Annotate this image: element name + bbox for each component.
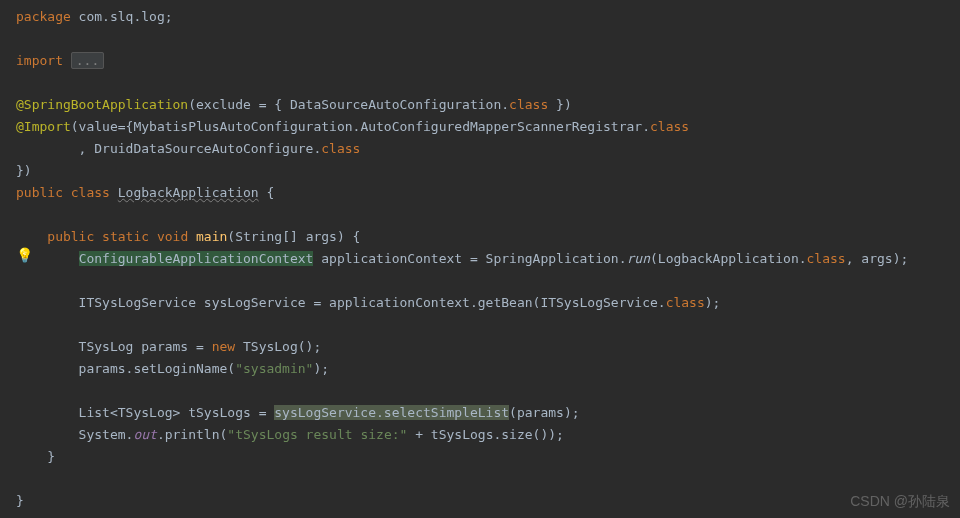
code-line[interactable]: System.out.println("tSysLogs result size… (16, 424, 960, 446)
text: (LogbackApplication. (650, 251, 807, 266)
keyword: class (666, 295, 705, 310)
annotation: @SpringBootApplication (16, 97, 188, 112)
keyword: class (321, 141, 360, 156)
code-editor[interactable]: package com.slq.log; import ... @SpringB… (0, 0, 960, 518)
text: List<TSysLog> tSysLogs = (16, 405, 274, 420)
code-line[interactable]: }) (16, 160, 960, 182)
code-line[interactable]: List<TSysLog> tSysLogs = sysLogService.s… (16, 402, 960, 424)
method-name: main (196, 229, 227, 244)
text: System. (16, 427, 133, 442)
code-line[interactable]: TSysLog params = new TSysLog(); (16, 336, 960, 358)
text: { (259, 185, 275, 200)
code-line[interactable] (16, 72, 960, 94)
keyword: public (16, 185, 63, 200)
text: }) (548, 97, 571, 112)
selection: sysLogService.selectSimpleList (274, 405, 509, 420)
keyword: import (16, 53, 63, 68)
code-line[interactable] (16, 28, 960, 50)
keyword: public (47, 229, 94, 244)
code-line[interactable] (16, 270, 960, 292)
code-line[interactable] (16, 204, 960, 226)
text: (params); (509, 405, 579, 420)
keyword: void (157, 229, 188, 244)
code-line[interactable]: } (16, 446, 960, 468)
watermark: CSDN @孙陆泉 (850, 490, 950, 512)
text: }) (16, 163, 32, 178)
text: (exclude = { DataSourceAutoConfiguration… (188, 97, 509, 112)
text: , args); (846, 251, 909, 266)
text: applicationContext = SpringApplication. (313, 251, 626, 266)
text: TSysLog(); (235, 339, 321, 354)
keyword: class (807, 251, 846, 266)
text: } (16, 449, 55, 464)
keyword: class (509, 97, 548, 112)
string-literal: "sysadmin" (235, 361, 313, 376)
keyword: new (212, 339, 235, 354)
code-line[interactable] (16, 314, 960, 336)
text: (value={MybatisPlusAutoConfiguration.Aut… (71, 119, 650, 134)
text: , DruidDataSourceAutoConfigure. (16, 141, 321, 156)
keyword: package (16, 9, 71, 24)
string-literal: "tSysLogs result size:" (227, 427, 407, 442)
intention-bulb-icon[interactable]: 💡 (16, 244, 33, 266)
text: TSysLog params = (16, 339, 212, 354)
text: (String[] args) { (227, 229, 360, 244)
code-line[interactable]: ConfigurableApplicationContext applicati… (16, 248, 960, 270)
code-line[interactable]: public static void main(String[] args) { (16, 226, 960, 248)
code-line[interactable]: ITSysLogService sysLogService = applicat… (16, 292, 960, 314)
code-line[interactable]: } (16, 490, 960, 512)
keyword: class (71, 185, 110, 200)
code-line[interactable]: import ... (16, 50, 960, 72)
static-method: run (627, 251, 650, 266)
class-name: LogbackApplication (118, 185, 259, 200)
code-line[interactable]: params.setLoginName("sysadmin"); (16, 358, 960, 380)
package-path: com.slq.log; (71, 9, 173, 24)
code-line[interactable]: public class LogbackApplication { (16, 182, 960, 204)
code-line[interactable]: package com.slq.log; (16, 6, 960, 28)
code-line[interactable] (16, 380, 960, 402)
keyword: class (650, 119, 689, 134)
text: params.setLoginName( (16, 361, 235, 376)
text: ); (705, 295, 721, 310)
code-line[interactable]: , DruidDataSourceAutoConfigure.class (16, 138, 960, 160)
code-line[interactable]: @SpringBootApplication(exclude = { DataS… (16, 94, 960, 116)
code-line[interactable]: @Import(value={MybatisPlusAutoConfigurat… (16, 116, 960, 138)
annotation: @Import (16, 119, 71, 134)
text: .println( (157, 427, 227, 442)
text: } (16, 493, 24, 508)
highlighted-type: ConfigurableApplicationContext (79, 251, 314, 266)
code-line[interactable] (16, 468, 960, 490)
text: ); (313, 361, 329, 376)
static-field: out (133, 427, 156, 442)
text: ITSysLogService sysLogService = applicat… (16, 295, 666, 310)
fold-marker[interactable]: ... (71, 52, 104, 69)
text: + tSysLogs.size()); (407, 427, 564, 442)
keyword: static (102, 229, 149, 244)
